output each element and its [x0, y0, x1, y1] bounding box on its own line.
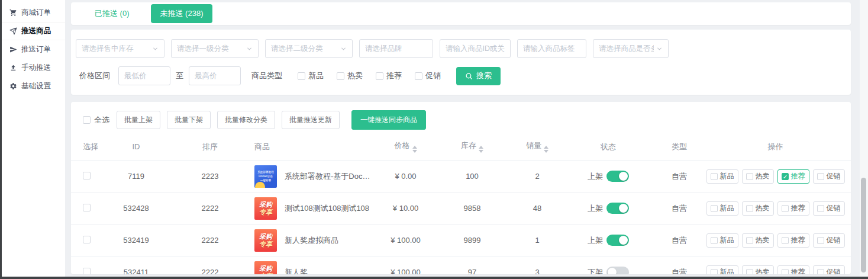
column-header-label: 排序 — [202, 142, 218, 151]
row-checkbox[interactable] — [83, 204, 91, 211]
search-button[interactable]: 搜索 — [456, 67, 501, 85]
tag-toggle-recommend-checkbox[interactable] — [782, 173, 789, 180]
tag-toggle-hot[interactable]: 热卖 — [742, 201, 774, 216]
one-key-push-sync-button[interactable]: 一键推送同步商品 — [351, 110, 426, 130]
tab-pushed[interactable]: 已推送 (0) — [95, 8, 130, 19]
column-header-label: 选择 — [83, 142, 98, 151]
tag-toggle-new[interactable]: 新品 — [706, 201, 738, 216]
category2-select[interactable]: 请选择二级分类 — [265, 39, 353, 58]
tag-toggle-new-checkbox[interactable] — [711, 173, 718, 180]
table-row: 5324282222采购专享测试108测试108测试108¥ 10.009858… — [71, 192, 851, 224]
sort-asc-icon[interactable] — [479, 146, 483, 149]
tag-toggle-promo-checkbox[interactable] — [817, 173, 824, 180]
sidebar-item-manual-push[interactable]: 手动推送 — [2, 59, 65, 77]
batch-on-shelf-button[interactable]: 批量上架 — [117, 111, 160, 129]
thumbnail-text: Docker容器 — [259, 174, 273, 178]
sort-asc-icon[interactable] — [412, 146, 417, 149]
tag-toggle-hot-checkbox[interactable] — [746, 173, 753, 180]
tag-toggle-hot-checkbox[interactable] — [746, 237, 753, 244]
multispec-select[interactable]: 请选择商品是否多规格 — [593, 39, 669, 58]
status-toggle[interactable] — [606, 203, 629, 214]
tag-toggle-recommend[interactable]: 推荐 — [777, 201, 809, 216]
batch-off-shelf-button[interactable]: 批量下架 — [167, 111, 211, 129]
filter-type-promo-checkbox[interactable] — [415, 72, 422, 80]
sidebar-item-mall-orders[interactable]: 商城订单 — [2, 4, 65, 22]
toggle-knob — [619, 204, 628, 213]
tag-toggle-promo-label: 促销 — [827, 203, 841, 213]
tag-toggle-recommend[interactable]: 推荐 — [777, 169, 809, 184]
filter-type-hot-label: 热卖 — [347, 70, 363, 81]
tag-toggle-promo-checkbox[interactable] — [817, 269, 824, 275]
tag-toggle-hot-checkbox[interactable] — [746, 269, 753, 275]
tag-toggle-recommend-checkbox[interactable] — [782, 269, 789, 275]
tag-toggle-recommend[interactable]: 推荐 — [777, 265, 809, 275]
filter-type-hot[interactable]: 热卖 — [337, 70, 363, 81]
tag-toggle-promo[interactable]: 促销 — [813, 169, 845, 184]
column-header-label: ID — [133, 142, 140, 151]
tag-input[interactable]: 请输入商品标签 — [517, 39, 586, 58]
column-header-stock: 库存 — [440, 140, 505, 153]
row-checkbox[interactable] — [83, 236, 91, 243]
tag-toggle-new-checkbox[interactable] — [711, 205, 718, 212]
row-operations-cell: 新品热卖推荐促销 — [712, 169, 839, 184]
row-id: 532419 — [107, 236, 166, 245]
filter-type-hot-checkbox[interactable] — [337, 72, 344, 80]
tag-toggle-new-checkbox[interactable] — [711, 237, 718, 244]
row-sales: 3 — [505, 268, 570, 274]
status-toggle[interactable] — [606, 235, 629, 246]
category1-select[interactable]: 请选择一级分类 — [171, 39, 259, 58]
tag-toggle-new[interactable]: 新品 — [706, 169, 738, 184]
tag-toggle-recommend[interactable]: 推荐 — [777, 233, 809, 248]
tag-toggle-promo[interactable]: 促销 — [813, 201, 845, 216]
sidebar-item-push-products[interactable]: 推送商品 — [2, 22, 65, 40]
filter-type-promo[interactable]: 促销 — [415, 70, 441, 81]
sort-desc-icon[interactable] — [479, 150, 483, 153]
keyword-input[interactable]: 请输入商品ID或关键字 — [440, 39, 511, 58]
stock-select[interactable]: 请选择售中库存 — [76, 39, 164, 58]
tag-toggle-recommend-label: 推荐 — [791, 171, 805, 181]
tag-toggle-recommend-checkbox[interactable] — [782, 237, 789, 244]
row-checkbox[interactable] — [83, 172, 91, 179]
tag-toggle-new-checkbox[interactable] — [711, 269, 718, 275]
sort-asc-icon[interactable] — [544, 146, 548, 149]
filter-type-new[interactable]: 新品 — [298, 70, 324, 81]
sidebar-item-basic-settings[interactable]: 基础设置 — [2, 77, 65, 95]
filter-type-recommend[interactable]: 推荐 — [376, 70, 402, 81]
scrollbar-thumb[interactable] — [861, 178, 866, 272]
batch-push-update-button[interactable]: 批量推送更新 — [282, 111, 340, 129]
tag-toggle-promo[interactable]: 促销 — [813, 265, 845, 275]
thumbnail-text: 采购 — [259, 265, 272, 272]
tag-toggle-promo[interactable]: 促销 — [813, 233, 845, 248]
status-toggle[interactable] — [606, 171, 629, 182]
column-header-label: 类型 — [672, 142, 687, 151]
tag-toggle-promo-checkbox[interactable] — [817, 237, 824, 244]
thumbnail-text: 系统部署教程 — [257, 170, 274, 174]
tag-toggle-hot-checkbox[interactable] — [746, 205, 753, 212]
tag-toggle-promo-checkbox[interactable] — [817, 205, 824, 212]
scrollbar-track[interactable] — [860, 0, 868, 277]
row-type: 自营 — [647, 203, 712, 214]
tag-toggle-recommend-checkbox[interactable] — [782, 205, 789, 212]
filter-type-new-checkbox[interactable] — [298, 72, 305, 80]
min-price-input[interactable]: 最低价 — [118, 66, 170, 85]
sidebar-item-push-orders[interactable]: 推送订单 — [2, 40, 65, 59]
column-header-sales: 销量 — [505, 140, 570, 153]
filter-type-recommend-checkbox[interactable] — [376, 72, 383, 80]
max-price-input[interactable]: 最高价 — [189, 66, 241, 85]
select-all[interactable]: 全选 — [83, 115, 109, 126]
status-toggle[interactable] — [606, 267, 629, 274]
sort-desc-icon[interactable] — [544, 150, 548, 153]
tag-toggle-new[interactable]: 新品 — [706, 265, 738, 275]
tag-toggle-hot[interactable]: 热卖 — [742, 233, 774, 248]
row-checkbox[interactable] — [83, 268, 91, 275]
brand-select[interactable]: 请选择品牌 — [359, 39, 433, 58]
tab-unpushed[interactable]: 未推送 (238) — [151, 4, 213, 23]
batch-edit-category-button[interactable]: 批量修改分类 — [217, 111, 275, 129]
tag-toggle-hot[interactable]: 热卖 — [742, 265, 774, 275]
tag-toggle-hot[interactable]: 热卖 — [742, 169, 774, 184]
row-sales: 2 — [505, 172, 570, 181]
sidebar-item-label: 推送商品 — [21, 26, 51, 36]
select-all-checkbox[interactable] — [83, 116, 91, 124]
sort-desc-icon[interactable] — [412, 150, 417, 153]
tag-toggle-new[interactable]: 新品 — [706, 233, 738, 248]
